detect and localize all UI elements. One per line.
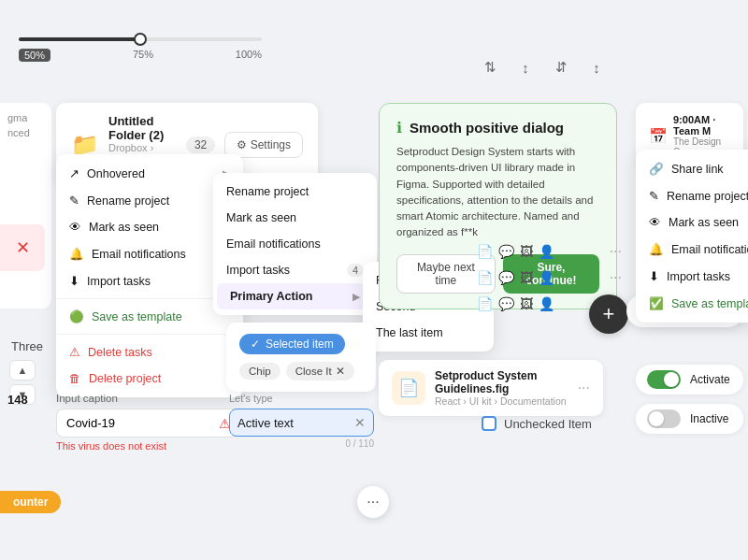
mid-mark[interactable]: Mark as seen xyxy=(213,205,377,231)
chip-tag[interactable]: Chip xyxy=(239,363,280,380)
clear-icon[interactable]: ✕ xyxy=(354,415,366,430)
file-img-icon: 🖼 xyxy=(520,244,533,259)
menu-item-delete-tasks[interactable]: ⚠ Delete tasks xyxy=(56,338,243,366)
event-time: 9:00AM · Team M xyxy=(673,114,730,136)
right-email[interactable]: 🔔 Email notifications xyxy=(636,236,748,263)
lets-type-area: Let's type Active text ✕ 0 / 110 xyxy=(229,393,374,449)
right-rename[interactable]: ✎ Rename project xyxy=(636,182,748,209)
import-icon: ⬇ xyxy=(69,274,79,288)
file-img-icon: 🖼 xyxy=(520,296,533,311)
active-input-wrap[interactable]: Active text ✕ xyxy=(229,409,374,437)
toggle-inactive[interactable] xyxy=(647,409,681,428)
arrow-up-button[interactable]: ▲ xyxy=(9,360,36,381)
three-label: Three xyxy=(0,332,54,361)
file-row-2: 📄 💬 🖼 👤 ··· xyxy=(477,265,622,291)
file-user-icon: 👤 xyxy=(539,244,554,259)
left-panel-card: gma nced xyxy=(0,103,51,309)
file-menu-icon[interactable]: ··· xyxy=(578,380,590,396)
menu-label: Email notifications xyxy=(92,248,186,261)
plus-button[interactable]: + xyxy=(589,294,628,334)
file-row-1: 📄 💬 🖼 👤 ··· xyxy=(477,238,622,265)
share-icon: 🔗 xyxy=(649,162,664,176)
toggle-knob-off xyxy=(649,411,664,426)
chevron-primary-icon: ▶ xyxy=(352,292,360,302)
delete-icon-card: ✕ xyxy=(0,224,45,271)
lets-type-label: Let's type xyxy=(229,393,374,404)
right-save[interactable]: ✅ Save as template xyxy=(636,290,748,317)
file-name: Setproduct System Guidelines.fig xyxy=(435,369,568,395)
left-label: gma xyxy=(7,112,44,123)
file-comment-icon: 💬 xyxy=(498,296,514,311)
slider-thumb[interactable] xyxy=(134,33,147,46)
input-area: Input caption ⚠ This virus does not exis… xyxy=(56,393,238,452)
sort-icons-area: ⇅ ↕ ⇵ ↕ xyxy=(477,54,610,80)
menu-divider2 xyxy=(56,334,243,335)
input-field-wrap: ⚠ xyxy=(56,409,238,438)
chip-row: Chip Close It ✕ xyxy=(239,362,363,381)
menu-label: Rename project xyxy=(87,194,169,208)
checkbox[interactable] xyxy=(482,416,496,431)
sort-icon-3[interactable]: ⇵ xyxy=(548,54,574,80)
sort-icon-4[interactable]: ↕ xyxy=(583,54,610,80)
file-more-icon[interactable]: ··· xyxy=(610,243,622,260)
toggle-area: Activate Inactive xyxy=(636,365,743,434)
right-import[interactable]: ⬇ Import tasks xyxy=(636,263,748,290)
toggle-knob xyxy=(664,372,679,387)
input-label: Input caption xyxy=(56,393,238,404)
orange-counter: ounter xyxy=(0,491,61,513)
trash-icon: 🗑 xyxy=(69,372,81,385)
file-info: Setproduct System Guidelines.fig React ›… xyxy=(435,369,568,407)
slider-mark-100: 100% xyxy=(236,49,262,62)
toggle-activate[interactable] xyxy=(647,370,681,389)
right-share[interactable]: 🔗 Share link xyxy=(636,155,748,182)
right-save-icon: ✅ xyxy=(649,296,664,310)
toggle-inactive-label: Inactive xyxy=(690,412,728,425)
checkmark-icon: ✓ xyxy=(251,337,260,351)
selected-item-area: ✓ Selected item Chip Close It ✕ xyxy=(226,323,376,392)
mid-import[interactable]: Import tasks 4 xyxy=(213,257,377,283)
toggle-activate-row: Activate xyxy=(636,365,743,395)
file-comment-icon: 💬 xyxy=(498,244,514,259)
dropdown-item-3[interactable]: The last item xyxy=(363,320,494,346)
active-text: Active text xyxy=(237,416,349,430)
menu-label: Delete project xyxy=(89,372,161,385)
mid-email-label: Email notifications xyxy=(226,237,321,251)
sort-icon-2[interactable]: ↕ xyxy=(512,54,539,80)
selected-chip[interactable]: ✓ Selected item xyxy=(239,334,345,354)
calendar-icon: 📅 xyxy=(649,127,668,145)
chip-close[interactable]: Close It ✕ xyxy=(286,362,354,381)
menu-label: Mark as seen xyxy=(89,221,159,234)
close-icon: ✕ xyxy=(336,365,345,378)
context-menu-right: 🔗 Share link ✎ Rename project 👁 Mark as … xyxy=(636,150,748,323)
menu-label: Save as template xyxy=(92,310,182,323)
file-comment-icon: 💬 xyxy=(498,270,514,285)
file-img-icon: 🖼 xyxy=(520,270,533,285)
slider-labels: 50% 75% 100% xyxy=(19,49,262,62)
mid-rename[interactable]: Rename project xyxy=(213,179,377,205)
right-mark[interactable]: 👁 Mark as seen xyxy=(636,209,748,236)
mid-rename-label: Rename project xyxy=(226,185,309,198)
input-field[interactable] xyxy=(56,409,238,438)
file-more2-icon[interactable]: ··· xyxy=(610,269,622,286)
sort-icon-1[interactable]: ⇅ xyxy=(477,54,503,80)
folder-name: Untitled Folder (2) xyxy=(108,114,177,142)
mid-primary[interactable]: Primary Action ▶ xyxy=(217,283,373,309)
file-user-icon: 👤 xyxy=(539,296,554,311)
folder-badge: 32 xyxy=(186,136,215,153)
slider-track[interactable] xyxy=(19,37,262,41)
right-eye-icon: 👁 xyxy=(649,216,661,229)
slider-value: 50% xyxy=(19,49,50,62)
dialog-body: Setproduct Design System starts with com… xyxy=(396,144,599,241)
mid-import-label: Import tasks xyxy=(226,264,290,277)
counter-value: 148 xyxy=(7,393,28,407)
mid-email[interactable]: Email notifications xyxy=(213,231,377,257)
selected-label: Selected item xyxy=(266,337,334,351)
dialog-title: Smooth positive dialog xyxy=(410,120,564,136)
file-meta: React › UI kit › Documentation xyxy=(435,395,568,407)
right-rename-icon: ✎ xyxy=(649,189,659,203)
menu-label: Import tasks xyxy=(87,275,151,288)
menu-item-delete-project[interactable]: 🗑 Delete project xyxy=(56,366,243,392)
more-dots-button[interactable]: ··· xyxy=(357,486,389,518)
unchecked-item: Unchecked Item xyxy=(482,416,592,431)
dialog-icon: ℹ xyxy=(396,119,402,136)
